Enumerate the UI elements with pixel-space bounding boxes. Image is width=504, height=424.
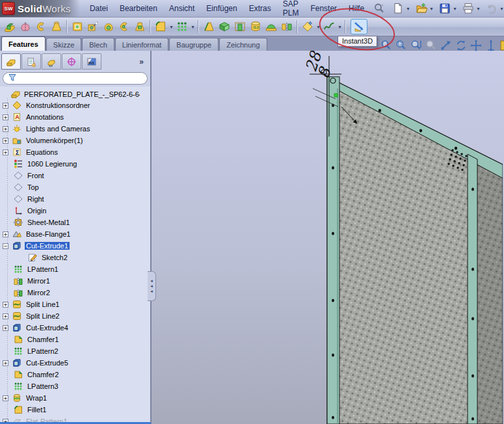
tree-item-cut-extrude1[interactable]: −Cut-Extrude1	[0, 240, 150, 252]
menu-sap-plm[interactable]: SAP PLM	[277, 0, 305, 20]
open-document-button[interactable]	[414, 1, 429, 16]
tree-item-wrap1[interactable]: +Wrap1	[0, 392, 150, 404]
revolved-boss-icon[interactable]	[18, 19, 33, 34]
tree-item-1060-legierung[interactable]: 1060 Legierung	[0, 158, 150, 170]
menu-einfügen[interactable]: Einfügen	[200, 1, 243, 16]
expand-plus-box[interactable]: +	[3, 419, 8, 423]
fillet-dropdown[interactable]: ▾	[168, 24, 174, 30]
displaymanager-r3-tab[interactable]: R/3	[82, 53, 101, 70]
tree-item-mirror1[interactable]: Mirror1	[0, 275, 150, 287]
rib-icon[interactable]	[232, 19, 248, 34]
menu-hilfe[interactable]: Hilfe	[343, 1, 370, 16]
tab-features[interactable]: Features	[1, 36, 46, 51]
standard-views-icon[interactable]	[484, 39, 497, 52]
tree-item-fillet1[interactable]: Fillet1	[0, 404, 150, 416]
tree-item-lpattern2[interactable]: LPattern2	[0, 345, 150, 357]
dome-icon[interactable]	[263, 19, 279, 34]
wrap-icon[interactable]: GJ	[248, 19, 263, 34]
tree-item-mirror2[interactable]: Mirror2	[0, 287, 150, 298]
propertymanager-tab[interactable]	[21, 53, 41, 70]
rotate-view-icon[interactable]	[455, 39, 468, 52]
filter-input[interactable]	[20, 75, 143, 83]
menu-ansicht[interactable]: Ansicht	[163, 1, 200, 16]
extruded-boss-icon[interactable]	[2, 19, 18, 34]
instant3d-button[interactable]	[351, 19, 367, 34]
mirror-icon[interactable]	[279, 19, 295, 34]
zoom-to-fit-icon[interactable]	[380, 39, 393, 52]
tree-item-flat-pattern1[interactable]: +Flat-Pattern1	[0, 416, 150, 422]
hole-wizard-icon[interactable]	[85, 19, 101, 34]
tab-zeichnung[interactable]: Zeichnung	[219, 38, 267, 51]
expand-plus-box[interactable]: +	[3, 360, 8, 366]
tree-root-item[interactable]: PERFORATED_PLATE_-_SP62-6-647_-_000	[1, 88, 150, 99]
tab-blech[interactable]: Blech	[82, 38, 114, 51]
expand-plus-box[interactable]: +	[3, 325, 8, 331]
save-document-dropdown[interactable]: ▾	[452, 6, 458, 12]
expand-plus-box[interactable]: +	[3, 138, 8, 144]
tree-item-split-line1[interactable]: +Split Line1	[0, 298, 150, 310]
tree-item-sheet-metal1[interactable]: Sheet-Metal1	[0, 217, 150, 228]
tree-item-cut-extrude4[interactable]: +Cut-Extrude4	[0, 322, 150, 334]
tab-linienformat[interactable]: Linienformat	[115, 38, 169, 51]
tree-item-cut-extrude5[interactable]: +Cut-Extrude5	[0, 357, 150, 369]
pan-icon[interactable]	[470, 39, 483, 52]
undo-button[interactable]	[484, 1, 499, 16]
menu-bearbeiten[interactable]: Bearbeiten	[114, 1, 163, 16]
revolved-cut-icon[interactable]	[101, 19, 116, 34]
tree-item-top[interactable]: Top	[0, 181, 150, 193]
search-icon[interactable]	[373, 2, 386, 15]
lofted-boss-icon[interactable]	[49, 19, 64, 34]
tree-item-lights-and-cameras[interactable]: +Lights and Cameras	[0, 123, 150, 135]
swept-boss-icon[interactable]	[33, 19, 49, 34]
tree-item-base-flange1[interactable]: +Base-Flange1	[0, 228, 150, 240]
extruded-cut-icon[interactable]	[70, 19, 85, 34]
zoom-in-out-icon[interactable]	[410, 39, 423, 52]
featuremanager-tree-tab[interactable]	[1, 53, 21, 70]
expand-minus-box[interactable]: −	[3, 243, 8, 249]
menu-fenster[interactable]: Fenster	[304, 1, 343, 16]
tree-item-lpattern3[interactable]: LPattern3	[0, 380, 150, 392]
panel-splitter-handle[interactable]: ◂◂◂	[148, 271, 156, 301]
new-document-button[interactable]	[391, 1, 405, 16]
tree-item-volumenk-rper-1-[interactable]: +Volumenkörper(1)	[0, 135, 150, 146]
tree-item-equations[interactable]: +ΣEquations	[0, 146, 150, 158]
menu-datei[interactable]: Datei	[84, 1, 114, 16]
tree-item-lpattern1[interactable]: LPattern1	[0, 263, 150, 275]
linear-pattern-dropdown[interactable]: ▾	[190, 24, 196, 30]
expand-plus-box[interactable]: +	[3, 302, 8, 308]
expand-plus-box[interactable]: +	[3, 114, 8, 120]
tree-item-annotations[interactable]: +AAnnotations	[0, 111, 150, 123]
tree-item-split-line2[interactable]: +Split Line2	[0, 310, 150, 322]
print-document-button[interactable]	[461, 1, 475, 16]
save-document-button[interactable]	[438, 1, 452, 16]
configurationmanager-tab[interactable]	[42, 53, 61, 70]
tab-skizze[interactable]: Skizze	[46, 38, 81, 51]
tree-filter[interactable]	[3, 72, 148, 85]
curves-icon[interactable]	[321, 19, 337, 34]
dimxpertmanager-tab[interactable]	[62, 53, 81, 70]
linear-pattern-icon[interactable]	[174, 19, 190, 34]
expand-plus-box[interactable]: +	[3, 150, 8, 155]
graphics-viewport[interactable]: 28 8	[152, 51, 504, 424]
expand-plus-box[interactable]: +	[3, 232, 8, 237]
swept-cut-icon[interactable]	[116, 19, 132, 34]
tree-item-chamfer2[interactable]: Chamfer2	[0, 369, 150, 380]
menu-extras[interactable]: Extras	[243, 1, 277, 16]
reference-geometry-icon[interactable]	[300, 19, 315, 34]
tree-item-right[interactable]: Right	[0, 193, 150, 205]
open-document-dropdown[interactable]: ▾	[429, 6, 434, 12]
shell-icon[interactable]	[217, 19, 232, 34]
expand-plus-box[interactable]: +	[3, 395, 8, 401]
zoom-to-area-icon[interactable]	[395, 39, 408, 52]
lofted-cut-icon[interactable]	[132, 19, 148, 34]
appearance-partial-icon[interactable]	[499, 39, 504, 52]
print-document-dropdown[interactable]: ▾	[475, 6, 481, 12]
tree-item-chamfer1[interactable]: Chamfer1	[0, 334, 150, 345]
expand-plus-box[interactable]: +	[3, 103, 8, 109]
fillet-icon[interactable]	[153, 19, 168, 34]
panel-overflow-chevron[interactable]: »	[139, 57, 144, 66]
curves-dropdown[interactable]: ▾	[337, 24, 343, 30]
tree-item-sketch2[interactable]: Sketch2	[0, 252, 150, 263]
tree-item-konstruktionsordner[interactable]: +Konstruktionsordner	[0, 99, 150, 111]
draft-icon[interactable]	[201, 19, 217, 34]
